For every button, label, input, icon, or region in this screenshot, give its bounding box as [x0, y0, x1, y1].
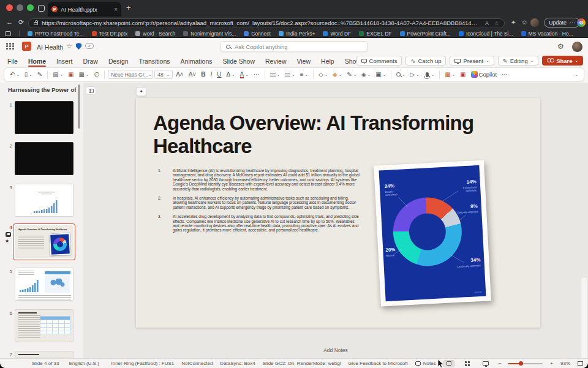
- zoom-slider[interactable]: [508, 363, 543, 364]
- more-font-options-button[interactable]: ⋯: [252, 69, 262, 80]
- zoom-in-button[interactable]: +: [550, 361, 553, 366]
- shape-outline-button[interactable]: ✎⌄: [345, 69, 358, 80]
- window-zoom-button[interactable]: [27, 4, 34, 11]
- format-painter-button[interactable]: ✎: [36, 69, 44, 80]
- browser-update-button[interactable]: Update ⋯: [544, 18, 580, 28]
- collapse-thumbnails-button[interactable]: [86, 86, 96, 95]
- comments-button[interactable]: Comments: [356, 56, 402, 66]
- browser-sparkle-icon[interactable]: ✦: [511, 19, 516, 26]
- menu-transitions[interactable]: Transitions: [139, 58, 170, 65]
- bookmark-item[interactable]: India Perks+: [279, 31, 315, 37]
- browser-tab[interactable]: P AI Health.pptx ×: [48, 2, 121, 17]
- bookmark-item[interactable]: IconCloud | The Si...: [459, 31, 513, 37]
- account-avatar[interactable]: [572, 42, 582, 52]
- reload-icon[interactable]: ⟳: [18, 18, 24, 26]
- extensions-icon[interactable]: ✩: [522, 19, 527, 26]
- bookmark-star-icon[interactable]: ☆: [494, 20, 499, 26]
- slide-thumbnail-3[interactable]: [15, 184, 74, 217]
- protection-shield-icon[interactable]: [76, 43, 81, 50]
- powerpoint-logo[interactable]: P: [22, 42, 31, 51]
- reset-slide-button[interactable]: ▣: [66, 69, 75, 80]
- favorite-star-icon[interactable]: ☆: [66, 42, 72, 50]
- browser-profile-avatar[interactable]: [530, 18, 539, 27]
- menu-file[interactable]: File: [7, 58, 18, 65]
- bookmark-item[interactable]: word - Search: [135, 31, 175, 37]
- record-button[interactable]: ▣: [458, 69, 467, 80]
- underline-button[interactable]: U: [215, 69, 223, 80]
- bookmark-item[interactable]: Connect: [244, 31, 271, 37]
- back-icon[interactable]: ←: [6, 18, 13, 26]
- reader-mode-icon[interactable]: A: [485, 20, 489, 26]
- hide-slide-button[interactable]: ∅: [92, 69, 101, 80]
- zoom-out-button[interactable]: −: [499, 361, 502, 366]
- window-close-button[interactable]: [6, 4, 13, 11]
- lock-icon[interactable]: [34, 22, 38, 25]
- browser-menu-icon[interactable]: ⋯: [570, 20, 575, 26]
- bold-button[interactable]: B: [199, 69, 207, 80]
- font-color-button[interactable]: A⌄: [238, 69, 251, 80]
- layout-button[interactable]: ▦⌄: [77, 69, 91, 80]
- grow-font-button[interactable]: A˄: [174, 69, 186, 80]
- menu-design[interactable]: Design: [108, 58, 129, 65]
- menu-slide-show[interactable]: Slide Show: [223, 58, 255, 65]
- menu-home[interactable]: Home: [28, 58, 46, 65]
- menu-animations[interactable]: Animations: [181, 58, 213, 65]
- menu-draw[interactable]: Draw: [83, 58, 98, 65]
- slide-thumbnail-2[interactable]: [15, 142, 74, 175]
- font-name-select[interactable]: Neue Haas Gr...⌄: [108, 70, 153, 79]
- notes-button[interactable]: Notes: [415, 361, 436, 366]
- slideshow-view-button[interactable]: [480, 360, 491, 367]
- shrink-font-button[interactable]: A˅: [187, 69, 198, 80]
- menu-review[interactable]: Review: [265, 58, 286, 65]
- fit-to-window-icon[interactable]: [578, 361, 583, 366]
- bookmark-item[interactable]: Nonimmigrant Vis...: [183, 31, 236, 37]
- bookmark-item[interactable]: EXCEL DF: [359, 31, 391, 37]
- zoom-level[interactable]: 93%: [560, 361, 570, 366]
- donut-chart-image[interactable]: 24% Deeply concerned 14% Excited and opt…: [374, 160, 491, 306]
- menu-insert[interactable]: Insert: [56, 58, 72, 65]
- slide-thumbnail-7[interactable]: [15, 351, 74, 358]
- arrange-button[interactable]: ▣⌄: [374, 69, 388, 80]
- zoom-slider-knob[interactable]: [519, 361, 523, 366]
- more-ribbon-button[interactable]: ⋯: [500, 69, 510, 80]
- font-size-select[interactable]: 48⌄: [154, 70, 173, 79]
- bookmark-item[interactable]: Word DF: [323, 31, 351, 37]
- chrome-logo-icon[interactable]: [577, 18, 586, 27]
- align-button[interactable]: ≡⌄: [298, 69, 310, 80]
- slide-thumbnail-5[interactable]: [15, 268, 74, 301]
- new-slide-button[interactable]: ▤⌄: [51, 69, 65, 80]
- italic-button[interactable]: I: [208, 69, 214, 80]
- slide-body-list[interactable]: 1. Artificial Intelligence (AI) is revol…: [158, 168, 360, 238]
- save-status-icon[interactable]: ✓: [85, 43, 94, 49]
- shapes-button[interactable]: ◇⌄: [317, 69, 330, 80]
- designer-button[interactable]: ▦⌄: [443, 69, 457, 80]
- collapse-ribbon-button[interactable]: ⌄: [573, 69, 580, 80]
- slide-counter[interactable]: Slide 4 of 33: [32, 361, 59, 366]
- menu-view[interactable]: View: [296, 58, 311, 65]
- bookmark-item[interactable]: PPTO FastFood Te...: [28, 31, 84, 37]
- shape-effects-button[interactable]: ◈⌄: [360, 69, 372, 80]
- slide-sorter-view-button[interactable]: [462, 360, 473, 367]
- menu-help[interactable]: Help: [321, 58, 334, 65]
- find-button[interactable]: ⌄: [394, 69, 407, 80]
- highlight-button[interactable]: A̲⌄: [224, 69, 236, 80]
- numbering-button[interactable]: ⌄: [283, 69, 296, 80]
- copilot-search-box[interactable]: Ask Copilot anything: [221, 41, 368, 52]
- present-button[interactable]: Present⌄: [450, 56, 494, 66]
- comments-indicator-icon[interactable]: [6, 232, 11, 237]
- address-bar[interactable]: https://microsoftapc-my.sharepoint.com/:…: [28, 18, 505, 28]
- slide-thumbnail-1[interactable]: [15, 101, 74, 134]
- paste-button[interactable]: ▯⌄: [23, 69, 34, 80]
- bullets-button[interactable]: ⌄: [268, 69, 282, 80]
- share-button[interactable]: Share⌄: [542, 56, 583, 66]
- add-notes-hint[interactable]: Add Notes: [83, 347, 588, 353]
- tab-overview-icon[interactable]: [38, 5, 45, 12]
- document-title[interactable]: AI Health: [37, 43, 63, 51]
- slide-title[interactable]: Agenda Overview: AI Transforming Healthc…: [153, 111, 502, 158]
- tab-close-icon[interactable]: ×: [114, 6, 118, 13]
- app-launcher-icon[interactable]: [6, 43, 15, 50]
- slide-thumbnail-6[interactable]: [15, 309, 74, 342]
- shape-fill-button[interactable]: ◆⌄: [331, 69, 344, 80]
- thumbnail-scrollbar[interactable]: [78, 84, 80, 129]
- canvas-scrollbar[interactable]: [581, 277, 587, 368]
